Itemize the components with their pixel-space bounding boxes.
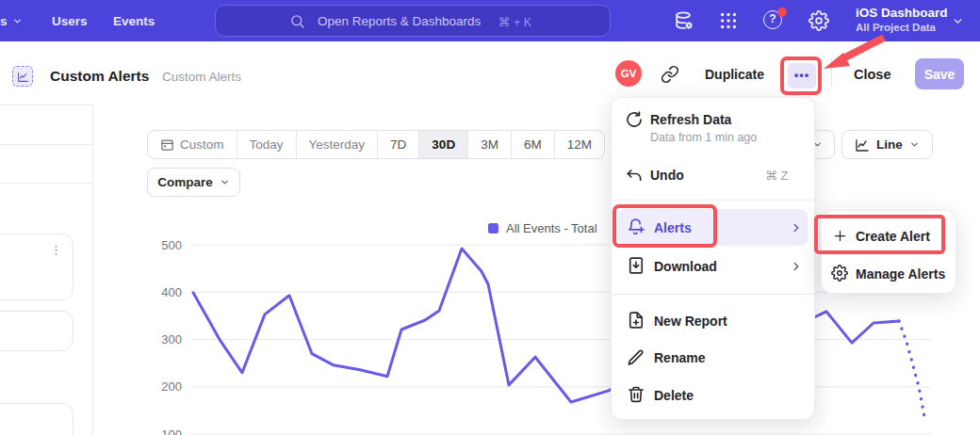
legend-label: All Events - Total (506, 221, 597, 235)
chevron-down-icon (12, 16, 23, 26)
date-range-control: Custom Today Yesterday 7D 30D 3M 6M 12M (147, 130, 605, 159)
save-button[interactable]: Save (915, 58, 964, 89)
search-icon (289, 13, 305, 29)
svg-text:100: 100 (161, 427, 182, 435)
search-shortcut: ⌘ + K (498, 15, 531, 29)
svg-text:500: 500 (161, 238, 182, 252)
download-chevron-right-icon (790, 260, 803, 273)
more-options-button[interactable]: ••• (788, 63, 816, 89)
sidebar-card[interactable]: ⋮ (0, 234, 74, 300)
chart-type-button[interactable]: Line (841, 130, 933, 159)
nav-item-users[interactable]: Users (52, 0, 88, 41)
delete-trash-icon (627, 385, 645, 404)
menu-item-rename[interactable]: Rename (654, 350, 705, 365)
calendar-icon (160, 137, 174, 152)
help-icon[interactable]: ? (763, 10, 784, 31)
menu-divider (611, 200, 815, 201)
sidebar-border (92, 104, 93, 435)
svg-text:300: 300 (161, 332, 182, 346)
breadcrumb[interactable]: Custom Alerts (162, 70, 241, 84)
avatar[interactable]: GV (615, 60, 642, 87)
alert-bell-plus-icon (627, 218, 645, 236)
menu-item-delete[interactable]: Delete (654, 388, 694, 403)
sidebar-divider (0, 183, 92, 184)
download-icon (627, 256, 645, 275)
menu-item-alerts[interactable] (618, 209, 808, 246)
menu-divider (611, 294, 815, 295)
card-more-icon[interactable]: ⋮ (50, 247, 62, 253)
alerts-label: Alerts (654, 220, 692, 235)
segment-3m[interactable]: 3M (468, 131, 512, 158)
rename-pencil-icon (627, 348, 645, 367)
nav-item-events[interactable]: Events (113, 0, 155, 41)
segment-yesterday[interactable]: Yesterday (297, 131, 379, 158)
svg-text:200: 200 (161, 379, 182, 394)
menu-item-undo[interactable]: Undo (650, 168, 684, 183)
chart-legend: All Events - Total (488, 221, 597, 235)
refresh-icon (625, 110, 644, 129)
search-input[interactable]: Open Reports & Dashboards ⌘ + K (215, 5, 611, 37)
menu-item-refresh[interactable]: Refresh Data (650, 112, 731, 127)
header-divider (831, 59, 832, 87)
submenu-item-manage-alerts[interactable]: Manage Alerts (856, 266, 945, 282)
plus-icon (833, 229, 852, 248)
alerts-chevron-right-icon (790, 221, 803, 234)
segment-custom[interactable]: Custom (148, 131, 237, 158)
new-report-icon (627, 311, 645, 330)
nav-item-partial[interactable]: s (0, 0, 23, 41)
project-name: iOS Dashboard (856, 6, 948, 20)
submenu-item-create-alert[interactable]: Create Alert (856, 229, 930, 244)
manage-gear-icon (831, 265, 850, 283)
project-chevron-down-icon[interactable] (952, 15, 964, 27)
undo-shortcut: ⌘ Z (765, 169, 789, 183)
nav-partial-label: s (0, 14, 8, 28)
compare-button[interactable]: Compare (147, 168, 240, 197)
segment-today[interactable]: Today (237, 131, 297, 158)
menu-refresh-subtitle: Data from 1 min ago (650, 131, 757, 144)
apps-grid-icon[interactable] (718, 10, 739, 31)
share-link-icon[interactable] (661, 65, 679, 84)
top-navigation-bar: s Users Events Open Reports & Dashboards… (0, 0, 980, 41)
segment-12m[interactable]: 12M (555, 131, 604, 158)
chevron-down-icon (220, 177, 230, 187)
report-type-icon (12, 66, 33, 87)
page-title: Custom Alerts (50, 68, 149, 85)
sidebar-divider (0, 144, 92, 145)
legend-swatch (488, 223, 498, 234)
close-button[interactable]: Close (854, 67, 891, 82)
notification-dot (777, 8, 787, 17)
search-placeholder: Open Reports & Dashboards (318, 14, 481, 28)
sidebar-card[interactable] (0, 311, 74, 351)
segment-30d[interactable]: 30D (419, 131, 468, 158)
sidebar-card[interactable] (0, 403, 74, 435)
settings-gear-icon[interactable] (808, 10, 829, 31)
segment-7d[interactable]: 7D (378, 131, 419, 158)
undo-icon (625, 167, 644, 185)
svg-text:400: 400 (161, 285, 182, 299)
menu-item-new-report[interactable]: New Report (654, 314, 727, 329)
project-scope: All Project Data (856, 22, 936, 33)
duplicate-button[interactable]: Duplicate (705, 67, 764, 82)
chevron-down-icon (909, 139, 920, 150)
data-management-icon[interactable] (674, 10, 694, 31)
menu-item-download[interactable]: Download (654, 259, 717, 274)
sidebar-divider (0, 105, 92, 105)
line-chart-icon (855, 137, 870, 153)
segment-6m[interactable]: 6M (512, 131, 555, 158)
